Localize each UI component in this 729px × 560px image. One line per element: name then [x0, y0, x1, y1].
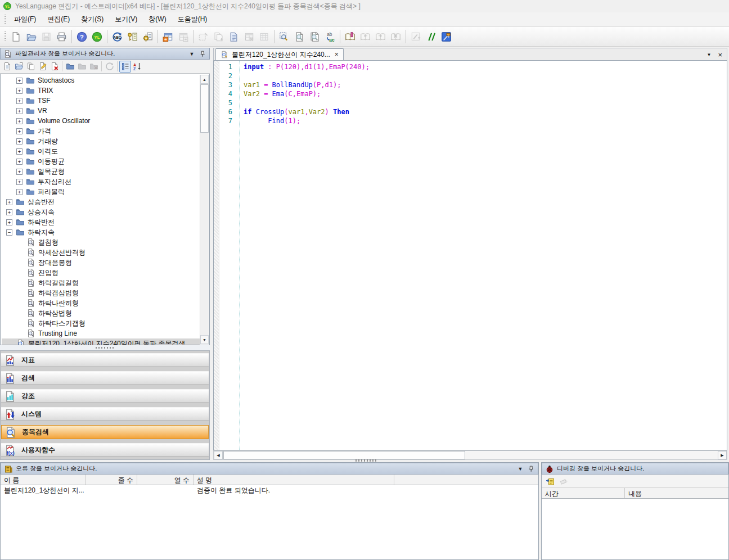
tree-expander-icon[interactable]: +: [6, 209, 12, 215]
new-file-button[interactable]: [8, 29, 24, 44]
scroll-down-icon[interactable]: ▼: [200, 335, 209, 344]
bottom-splitter-handle[interactable]: [356, 459, 377, 462]
zoom-select-button[interactable]: [277, 29, 292, 44]
yes-language-button[interactable]: YL: [89, 29, 105, 44]
tree-expander-icon[interactable]: +: [16, 189, 22, 195]
tree-item[interactable]: +Stochastocs: [2, 75, 200, 85]
tree-item[interactable]: 하락나란히형: [2, 298, 200, 308]
tree-expander-icon[interactable]: −: [6, 229, 12, 236]
paste-doc-button[interactable]: [226, 29, 241, 44]
category-button-지표[interactable]: 지표: [1, 353, 209, 367]
find-next-doc-button[interactable]: [307, 29, 322, 44]
tree-item[interactable]: 결침형: [2, 237, 200, 247]
tree-expander-icon[interactable]: +: [16, 169, 22, 175]
tree-item[interactable]: +가격: [2, 126, 200, 136]
tree-scrollbar[interactable]: ▲ ▼: [200, 75, 209, 344]
pin-icon[interactable]: [199, 50, 206, 58]
tree-item[interactable]: 장대음봉형: [2, 258, 200, 268]
column-time[interactable]: 시간: [542, 488, 625, 498]
note-add-button[interactable]: [544, 475, 556, 487]
tree-item[interactable]: +TSF: [2, 96, 200, 106]
hscrollbar-thumb[interactable]: [223, 451, 465, 459]
category-button-시스템[interactable]: 시스템: [1, 407, 209, 421]
tree-expander-icon[interactable]: +: [16, 159, 22, 165]
tree-expander-icon[interactable]: +: [16, 88, 22, 94]
open-doc-button[interactable]: [13, 61, 25, 73]
tree-item[interactable]: +VR: [2, 106, 200, 116]
tree-item[interactable]: 하락갈림길형: [2, 278, 200, 288]
print-button[interactable]: [54, 29, 69, 44]
tree-expander-icon[interactable]: +: [16, 179, 22, 185]
tree-item[interactable]: +파라볼릭: [2, 187, 200, 197]
pin-icon[interactable]: [527, 465, 535, 473]
tree-item[interactable]: 하락갭삼법형: [2, 288, 200, 298]
tree-item[interactable]: +Volume Oscillator: [2, 116, 200, 126]
column-name[interactable]: 이 름: [1, 475, 86, 485]
open-file-button[interactable]: [24, 29, 39, 44]
tree-expander-icon[interactable]: +: [16, 108, 22, 114]
tree-item[interactable]: +상승지속: [2, 207, 200, 217]
scroll-left-icon[interactable]: ◀: [214, 451, 223, 459]
tree-expander-icon[interactable]: +: [16, 138, 22, 144]
help-button[interactable]: ?: [74, 29, 89, 44]
find-in-doc-button[interactable]: [292, 29, 307, 44]
editor-horizontal-scrollbar[interactable]: ◀ ▶: [213, 450, 727, 460]
tree-item[interactable]: +일목균형: [2, 166, 200, 177]
compile-key-button[interactable]: [125, 29, 140, 44]
tree-expander-icon[interactable]: +: [16, 118, 22, 124]
tab-close-icon[interactable]: ×: [335, 51, 339, 58]
error-row[interactable]: 볼린저120_1상한선이 지...검증이 완료 되었습니다.: [1, 485, 538, 495]
bookmark-button[interactable]: [343, 29, 358, 44]
verify-abc-button[interactable]: ABC: [110, 29, 125, 44]
apply-table-button[interactable]: [160, 29, 176, 44]
comment-lines-button[interactable]: [424, 29, 439, 44]
tree-expander-icon[interactable]: +: [16, 98, 22, 104]
code-editor[interactable]: 1input : P(120),d1(1),EmaP(240);23var1 =…: [213, 61, 727, 450]
menu-item-v[interactable]: 보기(V): [109, 13, 143, 25]
scroll-up-icon[interactable]: ▲: [200, 75, 209, 84]
category-button-사용자함수[interactable]: f(x)사용자함수: [1, 443, 209, 457]
tree-scrollbar-thumb[interactable]: [200, 84, 209, 133]
build-gear-button[interactable]: [140, 29, 155, 44]
sort-az-button[interactable]: AZ: [131, 61, 143, 73]
category-button-강조[interactable]: 강조: [1, 389, 209, 403]
editor-close-icon[interactable]: ×: [718, 51, 722, 59]
tree-expander-icon[interactable]: +: [16, 78, 22, 84]
menu-item-f[interactable]: 파일(F): [8, 13, 42, 25]
tree-item[interactable]: +하락반전: [2, 217, 200, 227]
tree-item[interactable]: +TRIX: [2, 85, 200, 96]
tree-item[interactable]: Trusting Line: [2, 328, 200, 338]
new-folder-button[interactable]: [64, 61, 76, 73]
tree-expander-icon[interactable]: +: [6, 219, 12, 225]
replace-abac-button[interactable]: abac: [322, 29, 338, 44]
new-doc-button[interactable]: [1, 61, 13, 73]
tree-item[interactable]: 하락타스키갭형: [2, 318, 200, 328]
menu-item-w[interactable]: 창(W): [143, 13, 172, 25]
tree-expander-icon[interactable]: +: [16, 148, 22, 155]
tree-item[interactable]: 볼린저120_1상한선이 지수240일이평 돌파 종목검색: [2, 338, 200, 345]
menu-item-h[interactable]: 도움말(H): [172, 13, 213, 25]
category-button-종목검색[interactable]: 종목검색: [1, 425, 209, 439]
tree-expander-icon[interactable]: +: [16, 128, 22, 134]
rename-doc-button[interactable]: [37, 61, 48, 73]
column-line[interactable]: 줄 수: [86, 475, 137, 485]
column-desc[interactable]: 설 명: [194, 475, 394, 485]
chevron-down-icon[interactable]: ▼: [516, 465, 524, 473]
tree-item[interactable]: −하락지속: [2, 227, 200, 237]
editor-tab[interactable]: 볼린저120_1상한선이 지수240... ×: [215, 48, 344, 60]
tree-item[interactable]: 약세삼선반격형: [2, 247, 200, 258]
tree-item[interactable]: +상승반전: [2, 197, 200, 207]
scroll-right-icon[interactable]: ▶: [718, 451, 727, 459]
tree-item[interactable]: 하락삼법형: [2, 308, 200, 318]
tab-list-chevron-icon[interactable]: ▼: [706, 52, 711, 57]
tree-category-splitter[interactable]: [0, 345, 210, 350]
menu-item-s[interactable]: 찾기(S): [75, 13, 109, 25]
tree-item[interactable]: 진입형: [2, 268, 200, 278]
tree-item[interactable]: +투자심리선: [2, 177, 200, 187]
category-button-검색[interactable]: 검색: [1, 371, 209, 385]
tree-expander-icon[interactable]: +: [6, 199, 12, 205]
tree-item[interactable]: +거래량: [2, 136, 200, 146]
column-content[interactable]: 내용: [625, 488, 728, 498]
menu-item-e[interactable]: 편집(E): [42, 13, 75, 25]
tree-item[interactable]: +이격도: [2, 146, 200, 156]
